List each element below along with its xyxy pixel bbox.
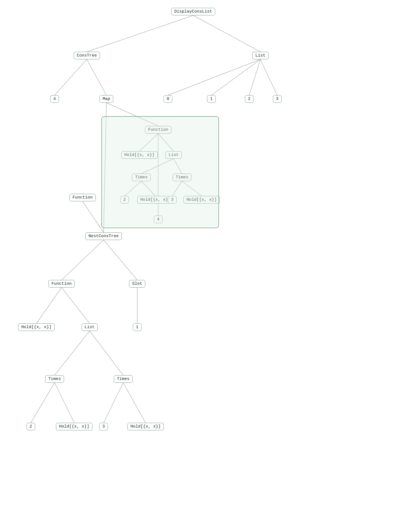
node-n1_slot: 1 <box>133 323 141 331</box>
tree-lines <box>0 0 420 532</box>
svg-line-1 <box>193 15 260 52</box>
subgraph-box <box>101 116 219 228</box>
node-n0: 0 <box>164 95 172 103</box>
node-DisplayConsList: DisplayConsList <box>171 8 215 15</box>
node-n2_low: 2 <box>26 423 35 430</box>
svg-line-20 <box>62 240 104 280</box>
svg-line-27 <box>31 383 55 423</box>
node-Times1_low: Times <box>45 375 64 383</box>
node-n4_left: 4 <box>50 95 59 103</box>
node-NestConsTree: NestConsTree <box>85 232 122 240</box>
svg-line-2 <box>55 59 87 95</box>
node-Hold4_low: Hold[{x, x}] <box>56 423 92 430</box>
svg-line-29 <box>104 383 123 423</box>
node-Function_low: Function <box>48 280 75 288</box>
node-ConsTree: ConsTree <box>74 52 100 59</box>
node-List_root: List <box>252 52 269 59</box>
svg-line-28 <box>55 383 74 423</box>
svg-line-25 <box>90 331 123 375</box>
svg-line-6 <box>249 59 260 95</box>
svg-line-21 <box>104 240 137 280</box>
node-List_low: List <box>81 323 98 331</box>
svg-line-24 <box>55 331 90 375</box>
node-Hold_low: Hold[{x, x}] <box>18 323 55 331</box>
node-Hold5_low: Hold[{x, x}] <box>127 423 164 430</box>
node-Times2_low: Times <box>114 375 132 383</box>
node-n1: 1 <box>207 95 216 103</box>
svg-line-7 <box>260 59 277 95</box>
svg-line-22 <box>36 288 62 323</box>
svg-line-0 <box>87 15 193 52</box>
node-Slot: Slot <box>129 280 145 288</box>
svg-line-3 <box>87 59 106 95</box>
svg-line-30 <box>123 383 146 423</box>
svg-line-5 <box>211 59 260 95</box>
node-n2_top: 2 <box>245 95 253 103</box>
node-n3_top: 3 <box>273 95 281 103</box>
svg-line-4 <box>168 59 260 95</box>
svg-line-23 <box>62 288 90 323</box>
node-n3_low: 3 <box>99 423 108 430</box>
tree-container: DisplayConsListConsTreeList4Map0123Funct… <box>0 0 420 532</box>
svg-line-19 <box>83 201 104 232</box>
node-Function_mid: Function <box>69 194 96 201</box>
node-Map: Map <box>99 95 113 103</box>
